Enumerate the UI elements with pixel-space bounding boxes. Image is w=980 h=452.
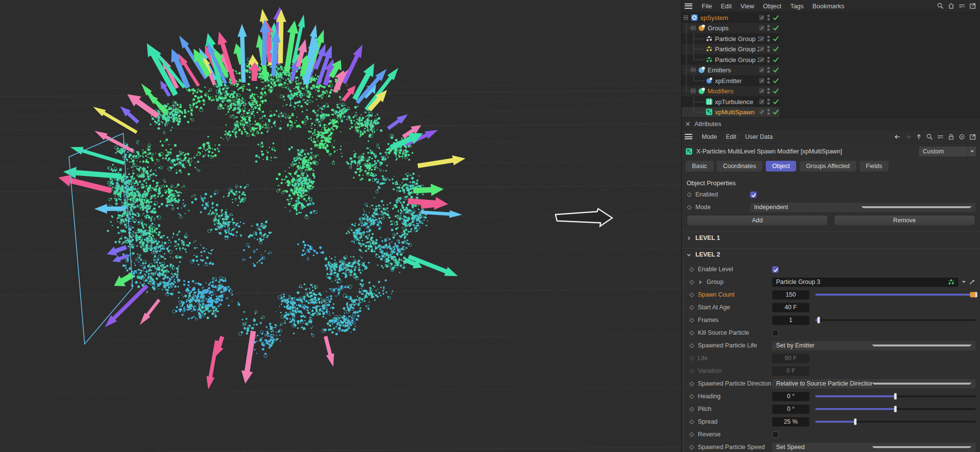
focus-icon[interactable] [958,133,965,140]
menu-item-edit[interactable]: Edit [716,1,736,11]
layer-toggle[interactable] [759,109,764,115]
emitter-plane-wireframe[interactable] [69,133,133,344]
link-field-group[interactable]: Particle Group 3 [772,278,958,287]
checkbox-enabled[interactable] [750,192,757,198]
enable-check-icon[interactable] [773,78,779,84]
layer-toggle[interactable] [759,99,764,104]
filter-icon[interactable] [937,133,944,140]
tab-coordinates[interactable]: Coordinates [717,161,762,172]
popout-icon[interactable] [969,2,976,9]
dropdown-spawned-particle-direction[interactable]: Relative to Source Particle Direction [772,379,976,388]
search-icon[interactable] [926,133,933,140]
enable-check-icon[interactable] [773,67,779,73]
dropdown-mode[interactable]: Independent [750,203,976,212]
preset-value[interactable]: Custom [919,147,968,156]
expand-chevron-icon[interactable] [698,280,702,284]
slider-handle[interactable] [894,406,897,412]
object-row-xpsystem[interactable]: xpSystem [682,12,780,23]
visibility-dots[interactable] [767,99,770,105]
layer-toggle[interactable] [759,57,764,62]
input-life[interactable]: 90 F [772,354,809,363]
menu-item-file[interactable]: File [697,1,716,11]
tree-expander[interactable] [691,89,695,93]
chevron-down-icon[interactable] [962,281,966,283]
attr-menu-user-data[interactable]: User Data [741,132,777,141]
enable-check-icon[interactable] [773,99,779,105]
search-icon[interactable] [937,2,944,9]
checkbox-enable-level[interactable] [772,266,779,273]
visibility-dots[interactable] [767,57,770,63]
input-spawn-count[interactable]: 150 [772,290,809,300]
visibility-dots[interactable] [767,78,770,84]
visibility-dots[interactable] [767,25,770,31]
layer-toggle[interactable] [759,67,764,73]
input-spread[interactable]: 25 % [772,417,809,427]
checkbox-kill-source-particle[interactable] [772,330,779,336]
object-row-particle-group-2[interactable]: Particle Group 2 [682,44,780,55]
home-icon[interactable] [948,2,955,9]
menu-item-view[interactable]: View [736,1,758,11]
dropdown-spawned-particle-speed[interactable]: Set Speed [772,443,976,452]
hamburger-menu-icon[interactable] [685,134,692,139]
enable-check-icon[interactable] [773,25,779,31]
visibility-dots[interactable] [767,36,770,42]
filter-icon[interactable] [958,2,965,9]
eyedropper-icon[interactable] [969,279,976,285]
hamburger-menu-icon[interactable] [685,3,692,9]
close-icon[interactable] [686,122,690,126]
enable-check-icon[interactable] [773,46,779,52]
input-start-at-age[interactable]: 40 F [772,303,809,312]
enable-check-icon[interactable] [773,88,779,94]
layer-toggle[interactable] [759,46,764,52]
tree-expander[interactable] [691,68,695,72]
preset-dropdown[interactable]: Custom [919,147,976,156]
input-variation[interactable]: 0 F [772,366,809,376]
tab-object[interactable]: Object [766,161,796,172]
slider-spawn-count[interactable] [815,291,976,298]
dropdown-spawned-particle-life[interactable]: Set by Emitter [772,341,976,350]
object-row-emitters[interactable]: Emitters [682,65,780,76]
object-row-particle-group-3[interactable]: Particle Group 3 [682,54,780,65]
input-heading[interactable]: 0 ° [772,392,809,401]
layer-toggle[interactable] [759,36,764,41]
object-row-xpturbulence[interactable]: xpTurbulence [682,96,780,107]
object-row-groups[interactable]: Groups [682,23,780,34]
section-level-1[interactable]: LEVEL 1 [682,232,980,244]
section-level-2[interactable]: LEVEL 2 [682,248,980,260]
enable-check-icon[interactable] [773,15,779,21]
attr-menu-mode[interactable]: Mode [697,132,721,141]
object-row-xpemitter[interactable]: xpEmitter [682,75,780,86]
object-row-particle-group-1[interactable]: Particle Group 1 [682,33,780,44]
visibility-dots[interactable] [767,15,770,21]
remove-button[interactable]: Remove [834,215,975,226]
preset-caret-button[interactable] [968,147,976,156]
slider-heading[interactable] [815,393,976,400]
visibility-dots[interactable] [767,88,770,94]
forward-icon[interactable] [905,133,912,140]
attr-menu-edit[interactable]: Edit [721,132,741,141]
visibility-dots[interactable] [767,46,770,52]
object-row-xpmultispawn[interactable]: xpMultiSpawn [682,107,780,118]
enable-check-icon[interactable] [773,109,779,115]
popout-icon[interactable] [969,133,976,140]
lock-icon[interactable] [948,133,955,140]
menu-item-object[interactable]: Object [758,1,786,11]
input-pitch[interactable]: 0 ° [772,405,809,414]
menu-item-bookmarks[interactable]: Bookmarks [808,1,848,11]
viewport-3d[interactable] [0,0,681,452]
enable-check-icon[interactable] [773,36,779,42]
layer-toggle[interactable] [759,25,764,31]
layer-toggle[interactable] [759,15,764,20]
enable-check-icon[interactable] [773,57,779,63]
slider-handle[interactable] [894,393,897,400]
slider-handle[interactable] [970,292,978,298]
slider-handle[interactable] [817,317,820,323]
layer-toggle[interactable] [759,78,764,83]
back-icon[interactable] [894,133,901,140]
visibility-dots[interactable] [767,67,770,73]
tree-expander[interactable] [684,15,688,20]
visibility-dots[interactable] [767,109,770,115]
slider-pitch[interactable] [815,406,976,412]
tab-groups-affected[interactable]: Groups Affected [800,161,856,172]
slider-spread[interactable] [815,418,976,425]
